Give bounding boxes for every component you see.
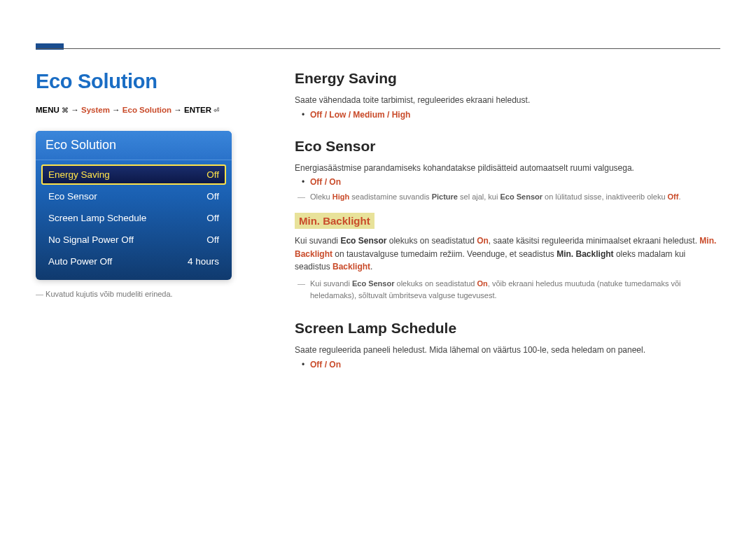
menu-item-no-signal-power-off[interactable]: No Signal Power OffOff <box>41 230 226 250</box>
menu-item-label: No Signal Power Off <box>48 234 134 245</box>
menu-item-label: Screen Lamp Schedule <box>48 213 146 223</box>
menu-item-label: Energy Saving <box>48 169 110 180</box>
eco-sensor-note: Oleku High seadistamine suvandis Picture… <box>295 191 720 203</box>
menu-item-label: Auto Power Off <box>48 256 112 267</box>
menu-item-eco-sensor[interactable]: Eco SensorOff <box>41 186 226 206</box>
menu-item-screen-lamp-schedule[interactable]: Screen Lamp ScheduleOff <box>41 208 226 228</box>
section-title-screen-lamp: Screen Lamp Schedule <box>295 320 720 337</box>
eco-sensor-options: Off / On <box>295 177 720 187</box>
panel-header: Eco Solution <box>36 131 232 160</box>
settings-panel: Eco Solution Energy SavingOffEco SensorO… <box>36 131 232 280</box>
screen-lamp-options: Off / On <box>295 360 720 370</box>
eco-sensor-note-2: Kui suvandi Eco Sensor olekuks on seadis… <box>295 278 720 302</box>
energy-saving-options: Off / Low / Medium / High <box>295 110 720 120</box>
menu-item-value: 4 hours <box>188 256 219 267</box>
menu-item-value: Off <box>206 234 219 245</box>
menu-icon: ⌘ <box>62 106 69 114</box>
page-title: Eco Solution <box>36 70 274 93</box>
breadcrumb: MENU ⌘ → System → Eco Solution → ENTER ⏎ <box>36 106 274 114</box>
menu-item-energy-saving[interactable]: Energy SavingOff <box>41 164 226 185</box>
menu-item-value: Off <box>206 191 219 202</box>
menu-item-value: Off <box>206 169 219 180</box>
section-title-eco-sensor: Eco Sensor <box>295 138 720 155</box>
section-title-energy-saving: Energy Saving <box>295 70 720 87</box>
enter-icon: ⏎ <box>214 106 219 114</box>
min-backlight-label: Min. Backlight <box>295 213 374 229</box>
screen-lamp-desc: Saate reguleerida paneeli heledust. Mida… <box>295 344 720 357</box>
panel-caption: Kuvatud kujutis võib mudeliti erineda. <box>36 290 274 298</box>
header-rule <box>36 48 720 49</box>
menu-item-value: Off <box>206 213 219 223</box>
eco-sensor-desc: Energiasäästmise parandamiseks kohandata… <box>295 162 720 175</box>
energy-saving-desc: Saate vähendada toite tarbimist, regulee… <box>295 94 720 107</box>
min-backlight-desc: Kui suvandi Eco Sensor olekuks on seadis… <box>295 234 720 274</box>
menu-item-label: Eco Sensor <box>48 191 97 202</box>
menu-item-auto-power-off[interactable]: Auto Power Off4 hours <box>41 251 226 272</box>
